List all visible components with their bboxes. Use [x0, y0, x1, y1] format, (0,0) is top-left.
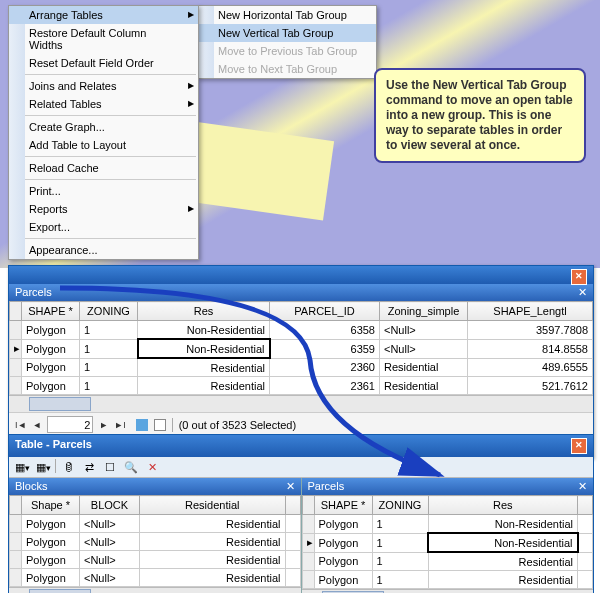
table-row: Polygon1Residential [302, 552, 593, 571]
menu-restore-column-widths[interactable]: Restore Default Column Widths [9, 24, 198, 54]
close-group-icon[interactable]: ✕ [578, 480, 587, 493]
menu-new-vertical-tab-group[interactable]: New Vertical Tab Group [198, 24, 376, 42]
help-callout: Use the New Vertical Tab Group command t… [374, 68, 586, 163]
horizontal-scrollbar[interactable] [9, 395, 593, 412]
left-pane-blocks: Blocks✕ Shape *BLOCKResidential Polygon<… [9, 478, 302, 593]
menu-joins-relates[interactable]: Joins and Relates▶ [9, 77, 198, 95]
column-headers[interactable]: SHAPE *ZONINGResPARCEL_IDZoning_simpleSH… [10, 302, 593, 321]
close-icon[interactable]: ✕ [571, 438, 587, 454]
table-row: Polygon<Null>Residential [10, 551, 301, 569]
menu-appearance[interactable]: Appearance... [9, 241, 198, 259]
data-grid[interactable]: Shape *BLOCKResidential Polygon<Null>Res… [9, 495, 301, 587]
right-pane-parcels: Parcels✕ SHAPE *ZONINGRes Polygon1Non-Re… [302, 478, 594, 593]
table-row: Polygon<Null>Residential [10, 569, 301, 587]
menu-arrange-tables[interactable]: Arrange Tables▶ [9, 6, 198, 24]
table-row: Polygon1Residential2361Residential521.76… [10, 377, 593, 395]
nav-prev-button[interactable]: ◄ [32, 420, 41, 430]
show-selected-icon[interactable] [154, 419, 166, 431]
menu-reset-field-order[interactable]: Reset Default Field Order [9, 54, 198, 72]
table-row: Polygon1Non-Residential6358<Null>3597.78… [10, 321, 593, 340]
select-by-attr-icon[interactable]: 🛢 [59, 459, 77, 475]
record-position-input[interactable] [47, 416, 93, 433]
horizontal-scrollbar[interactable] [9, 587, 301, 593]
table-window-split: Table - Parcels✕ ▦▾ ▦▾ 🛢 ⇄ ☐ 🔍 ✕ Blocks✕… [8, 434, 594, 593]
horizontal-scrollbar[interactable] [302, 589, 594, 593]
data-grid[interactable]: SHAPE *ZONINGRes Polygon1Non-Residential… [302, 495, 594, 589]
close-group-icon[interactable]: ✕ [578, 286, 587, 299]
table-row: Polygon<Null>Residential [10, 515, 301, 533]
table-window-parcels: ✕ Parcels✕ SHAPE *ZONINGResPARCEL_IDZoni… [8, 265, 594, 459]
nav-next-button[interactable]: ► [99, 420, 108, 430]
table-row: Polygon1Residential2360Residential489.65… [10, 358, 593, 377]
window-title: Table - Parcels [15, 438, 92, 454]
menu-export[interactable]: Export... [9, 218, 198, 236]
context-menu: Arrange Tables▶ Restore Default Column W… [8, 5, 199, 260]
menu-create-graph[interactable]: Create Graph... [9, 118, 198, 136]
nav-first-button[interactable]: I◄ [15, 420, 26, 430]
show-all-icon[interactable] [136, 419, 148, 431]
table-toolbar: ▦▾ ▦▾ 🛢 ⇄ ☐ 🔍 ✕ [9, 457, 593, 478]
selection-status: (0 out of 3523 Selected) [179, 419, 296, 431]
table-row: ▸Polygon1Non-Residential6359<Null>814.85… [10, 339, 593, 358]
clear-selection-icon[interactable]: ☐ [101, 459, 119, 475]
table-options-icon[interactable]: ▦▾ [13, 459, 31, 475]
table-row: Polygon1Non-Residential [302, 515, 593, 534]
nav-last-button[interactable]: ►I [114, 420, 125, 430]
table-row: Polygon1Residential [302, 571, 593, 589]
group-tab-parcels[interactable]: Parcels✕ [9, 284, 593, 301]
chevron-right-icon: ▶ [188, 99, 194, 108]
chevron-right-icon: ▶ [188, 81, 194, 90]
chevron-right-icon: ▶ [188, 204, 194, 213]
table-row: ▸Polygon1Non-Residential [302, 533, 593, 552]
chevron-right-icon: ▶ [188, 10, 194, 19]
zoom-selected-icon[interactable]: 🔍 [122, 459, 140, 475]
table-row: Polygon<Null>Residential [10, 533, 301, 551]
menu-reload-cache[interactable]: Reload Cache [9, 159, 198, 177]
delete-selected-icon[interactable]: ✕ [143, 459, 161, 475]
submenu-arrange-tables: New Horizontal Tab Group New Vertical Ta… [197, 5, 377, 79]
close-group-icon[interactable]: ✕ [286, 480, 295, 493]
menu-add-table-to-layout[interactable]: Add Table to Layout [9, 136, 198, 154]
menu-related-tables[interactable]: Related Tables▶ [9, 95, 198, 113]
menu-print[interactable]: Print... [9, 182, 198, 200]
close-icon[interactable]: ✕ [571, 269, 587, 285]
menu-move-to-previous: Move to Previous Tab Group [198, 42, 376, 60]
menu-reports[interactable]: Reports▶ [9, 200, 198, 218]
record-navigator: I◄ ◄ ► ►I (0 out of 3523 Selected) [9, 412, 593, 436]
related-tables-icon[interactable]: ▦▾ [34, 459, 52, 475]
switch-selection-icon[interactable]: ⇄ [80, 459, 98, 475]
menu-move-to-next: Move to Next Tab Group [198, 60, 376, 78]
menu-new-horizontal-tab-group[interactable]: New Horizontal Tab Group [198, 6, 376, 24]
data-grid[interactable]: SHAPE *ZONINGResPARCEL_IDZoning_simpleSH… [9, 301, 593, 395]
